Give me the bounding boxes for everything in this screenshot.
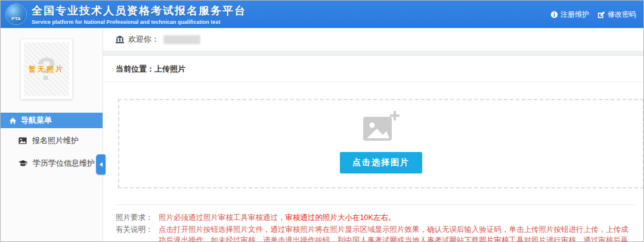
sidebar-item-nav-menu[interactable]: 导航菜单 xyxy=(1,113,103,128)
pta-logo-icon: PTA xyxy=(5,4,27,25)
photo-placeholder-area: ? 暂无照片 xyxy=(24,42,69,96)
welcome-bar: 欢迎你： xyxy=(103,28,643,51)
redacted-username xyxy=(163,35,200,44)
site-subtitle: Service platform for National Profession… xyxy=(32,19,246,25)
chevron-left-icon xyxy=(100,162,103,167)
app-header: PTA 全国专业技术人员资格考试报名服务平台 Service platform … xyxy=(1,1,643,28)
graduation-cap-icon xyxy=(18,160,27,167)
photo-requirement-text: 照片必须通过照片审核工具审核通过，审核通过的照片大小在10K左右。 xyxy=(159,212,635,223)
photo-placeholder-card: ? 暂无照片 xyxy=(20,39,73,100)
instructions-label: 有关说明： xyxy=(116,224,159,235)
edit-icon xyxy=(597,11,605,18)
select-image-button[interactable]: 点击选择图片 xyxy=(340,152,422,173)
sidebar-collapse-button[interactable] xyxy=(96,154,106,175)
sidebar: ? 暂无照片 导航菜单 报名照片维护 学历学位信息维护 xyxy=(1,28,103,242)
spacer xyxy=(103,51,643,56)
header-titles: 全国专业技术人员资格考试报名服务平台 Service platform for … xyxy=(32,4,246,25)
register-maintenance-link[interactable]: 注册维护 xyxy=(550,10,589,20)
header-links: 注册维护 修改密码 xyxy=(550,1,636,28)
add-image-icon xyxy=(362,111,400,144)
register-maintenance-label: 注册维护 xyxy=(561,10,589,20)
instructions-row: 有关说明： 点击打开照片按钮选择照片文件，通过审核照片将在照片显示区域显示照片效… xyxy=(116,224,635,242)
notes-section: 照片要求： 照片必须通过照片审核工具审核通过，审核通过的照片大小在10K左右。 … xyxy=(116,204,635,242)
body-row: ? 暂无照片 导航菜单 报名照片维护 学历学位信息维护 xyxy=(1,28,643,242)
content-card: 当前位置：上传照片 点击选择图片 照片要求： 照片必须通过照片审核工具审核通过 xyxy=(103,56,643,242)
no-photo-label: 暂无照片 xyxy=(29,64,64,75)
sidebar-item-education-info[interactable]: 学历学位信息维护 xyxy=(1,153,103,173)
breadcrumb: 当前位置：上传照片 xyxy=(103,56,643,82)
welcome-greeting: 欢迎你： xyxy=(128,34,159,45)
main-area: 欢迎你： 当前位置：上传照片 点击选择图片 xyxy=(103,28,643,242)
change-password-label: 修改密码 xyxy=(608,10,636,20)
instructions-text: 点击打开照片按钮选择照片文件，通过审核照片将在照片显示区域显示照片效果，确认无误… xyxy=(159,224,635,242)
page: PTA 全国专业技术人员资格考试报名服务平台 Service platform … xyxy=(0,0,644,242)
sidebar-item-label: 导航菜单 xyxy=(21,115,52,126)
sidebar-item-label: 学历学位信息维护 xyxy=(33,158,95,169)
photo-icon xyxy=(18,137,27,144)
nav-menu: 导航菜单 报名照片维护 学历学位信息维护 xyxy=(1,113,103,173)
photo-review-tool-link[interactable]: 照片审核工具 xyxy=(479,236,524,242)
bank-icon xyxy=(116,36,124,44)
site-title: 全国专业技术人员资格考试报名服务平台 xyxy=(32,4,246,18)
sidebar-item-photo-maintenance[interactable]: 报名照片维护 xyxy=(1,131,103,151)
photo-requirement-label: 照片要求： xyxy=(116,212,159,223)
photo-requirement-row: 照片要求： 照片必须通过照片审核工具审核通过，审核通过的照片大小在10K左右。 xyxy=(116,212,635,223)
change-password-link[interactable]: 修改密码 xyxy=(597,10,636,20)
upload-dropzone[interactable]: 点击选择图片 xyxy=(118,99,644,188)
info-icon xyxy=(550,11,558,18)
home-icon xyxy=(9,117,17,125)
sidebar-item-label: 报名照片维护 xyxy=(32,135,79,146)
